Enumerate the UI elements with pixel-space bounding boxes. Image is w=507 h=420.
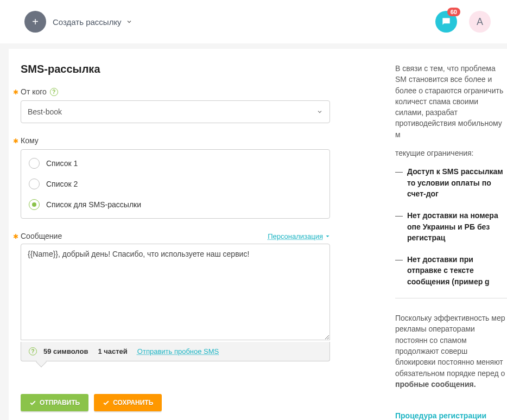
help-icon[interactable]: ? — [29, 347, 37, 355]
to-option-label: Список для SMS-рассылки — [46, 200, 141, 209]
chevron-down-icon — [126, 18, 132, 25]
required-star-icon: ✱ — [13, 88, 18, 96]
chat-icon — [441, 16, 452, 27]
restriction-item: —Доступ к SMS рассылкам то условии оплат… — [395, 166, 507, 199]
caret-down-icon — [325, 234, 330, 239]
divider — [395, 298, 507, 298]
from-selected: Best-book — [28, 107, 62, 116]
send-test-link[interactable]: Отправить пробное SMS — [137, 347, 219, 355]
to-label: Кому — [21, 136, 39, 145]
to-field: ✱ Кому Список 1 Список 2 Список для SMS-… — [21, 136, 330, 219]
to-option-label: Список 2 — [46, 180, 78, 188]
chat-badge: 60 — [447, 8, 460, 16]
to-option-label: Список 1 — [46, 159, 78, 168]
to-option-2[interactable]: Список 2 — [21, 174, 329, 194]
help-icon[interactable]: ? — [50, 88, 58, 96]
message-textarea[interactable] — [21, 244, 330, 340]
radio-icon — [29, 199, 40, 210]
char-count: 59 символов — [43, 347, 88, 355]
from-select[interactable]: Best-book — [21, 100, 330, 123]
add-button[interactable]: + — [24, 11, 46, 33]
create-campaign-link[interactable]: Создать рассылку — [53, 17, 132, 27]
avatar[interactable]: A — [469, 11, 491, 33]
reg-link-rf[interactable]: Процедура регистрации имен РФ — [395, 410, 507, 420]
side-current: текущие ограничения: — [395, 148, 507, 158]
side-mid: Поскольку эффективность мер рекламы опер… — [395, 313, 507, 390]
from-label: От кого — [21, 87, 47, 96]
message-footer: ? 59 символов 1 частей Отправить пробное… — [21, 342, 330, 361]
restriction-item: —Нет доставки при отправке с тексте сооб… — [395, 254, 507, 287]
save-button[interactable]: СОХРАНИТЬ — [94, 394, 162, 411]
page-title: SMS-рассылка — [21, 63, 330, 75]
create-label: Создать рассылку — [53, 17, 122, 27]
check-icon — [29, 399, 36, 406]
topbar: + Создать рассылку 60 A — [0, 0, 507, 43]
restriction-item: —Нет доставки на номера опе Украины и РБ… — [395, 210, 507, 243]
to-radio-group: Список 1 Список 2 Список для SMS-рассылк… — [21, 149, 330, 219]
parts-count: 1 частей — [98, 347, 127, 355]
to-option-1[interactable]: Список 1 — [21, 153, 329, 174]
check-icon — [103, 399, 110, 406]
radio-icon — [29, 158, 40, 169]
required-star-icon: ✱ — [13, 233, 18, 240]
personalize-link[interactable]: Персонализация — [268, 232, 330, 240]
chat-button[interactable]: 60 — [435, 11, 457, 33]
required-star-icon: ✱ — [13, 137, 18, 145]
speech-tail-icon — [36, 357, 47, 367]
radio-icon — [29, 179, 40, 189]
send-button[interactable]: ОТПРАВИТЬ — [21, 394, 88, 411]
from-field: ✱ От кого ? Best-book — [21, 87, 330, 123]
to-option-3[interactable]: Список для SMS-рассылки — [21, 194, 329, 215]
message-field: ✱ Сообщение Персонализация ? 59 символов… — [21, 232, 330, 361]
main-column: SMS-рассылка ✱ От кого ? Best-book ✱ Ком… — [21, 63, 346, 420]
message-label: Сообщение — [21, 232, 62, 240]
side-intro: В связи с тем, что проблема SM становитс… — [395, 63, 507, 140]
side-column: В связи с тем, что проблема SM становитс… — [346, 63, 507, 420]
chevron-down-icon — [316, 109, 323, 115]
